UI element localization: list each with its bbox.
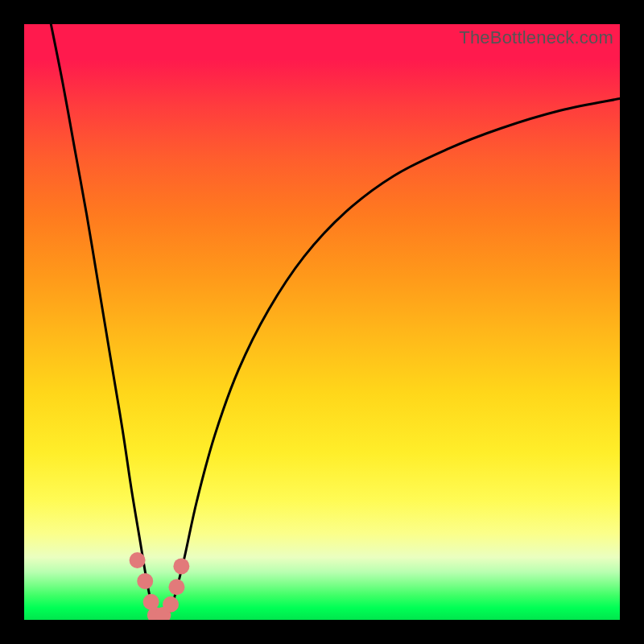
gradient-plot-area: TheBottleneck.com bbox=[24, 24, 620, 620]
left-branch-curve bbox=[51, 24, 155, 617]
marker-dot bbox=[137, 573, 153, 589]
marker-dot bbox=[173, 558, 189, 574]
marker-dot bbox=[163, 597, 179, 613]
chart-frame: TheBottleneck.com bbox=[0, 0, 644, 644]
bottom-markers bbox=[130, 552, 190, 620]
marker-dot bbox=[130, 552, 146, 568]
marker-dot bbox=[168, 579, 184, 595]
curves-svg bbox=[24, 24, 620, 620]
right-branch-curve bbox=[167, 99, 620, 617]
